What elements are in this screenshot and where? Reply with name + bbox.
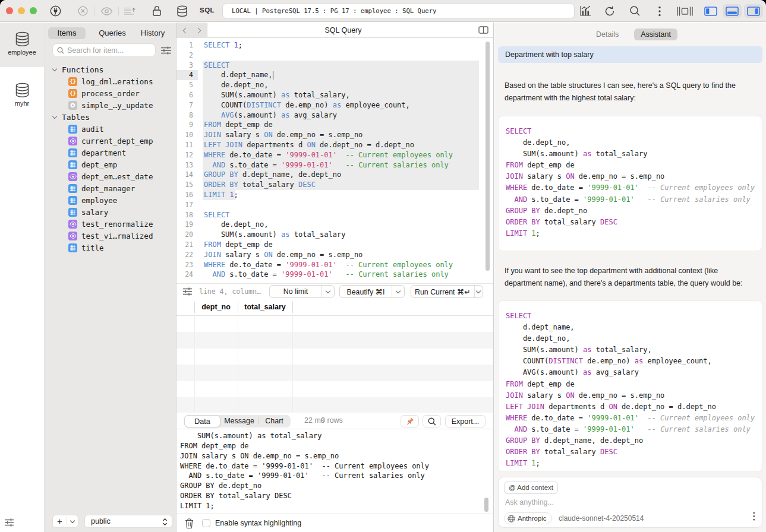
code-line: JOIN salary s ON de.emp_no = s.emp_no <box>506 390 755 401</box>
query-log-panel[interactable]: SUM(s.amount) as total_salaryFROM dept_e… <box>176 429 493 514</box>
connection-label: employee <box>0 49 44 56</box>
tab-details[interactable]: Details <box>596 30 619 39</box>
code-line: ORDER BY total_salary DESC <box>506 217 755 228</box>
tree-item-dept-manager[interactable]: dept_manager <box>45 182 176 194</box>
column-header-total-salary[interactable]: total_salary <box>238 299 292 316</box>
tree-item-title[interactable]: title <box>45 242 176 254</box>
sidebar-tab-queries[interactable]: Queries <box>97 27 127 39</box>
tree-item-test-renormalize[interactable]: test_renormalize <box>45 218 176 230</box>
split-editor-icon[interactable] <box>478 26 488 34</box>
search-icon <box>57 47 64 54</box>
results-tab-chart[interactable]: Chart <box>259 415 290 428</box>
window-title-connection[interactable]: LOCAL | PostgreSQL 17.5 : PG 17 : employ… <box>222 4 575 18</box>
tree-item-label: current_dept_emp <box>81 137 153 145</box>
zoom-traffic-light[interactable] <box>30 7 37 14</box>
code-line: COUNT(DISTINCT de.emp_no) as employee_co… <box>204 100 453 110</box>
back-icon[interactable] <box>182 27 188 33</box>
sql-code-editor[interactable]: 123456789101112131415161718192021222324 … <box>176 38 493 283</box>
grid-row[interactable] <box>176 397 493 413</box>
add-item-button[interactable]: + <box>52 515 78 528</box>
add-context-chip[interactable]: @ Add context <box>504 482 558 494</box>
table-icon <box>68 125 77 134</box>
beautify-button[interactable]: Beautify ⌘I <box>339 285 405 298</box>
toggle-right-panel-button[interactable] <box>744 4 763 18</box>
chart-icon[interactable] <box>579 0 592 22</box>
assistant-panel: Details Assistant Department with top sa… <box>494 23 766 532</box>
code-line: SELECT <box>204 210 453 220</box>
tree-item-salary[interactable]: salary <box>45 206 176 218</box>
database-icon[interactable] <box>176 0 188 22</box>
log-scrollbar[interactable] <box>484 498 488 512</box>
code-line: SUM(s.amount) as total_salary, <box>506 344 755 356</box>
sidebar-search-input[interactable]: Search for item... <box>52 43 156 57</box>
tree-item-simple-y-update[interactable]: simple_…y_update <box>45 99 176 111</box>
editor-settings-icon[interactable] <box>181 284 193 299</box>
sidebar-bottom-bar: + public <box>45 511 176 532</box>
sidebar: Items Queries History Search for item...… <box>45 23 176 532</box>
toggle-bottom-panel-button[interactable] <box>723 4 742 18</box>
grid-row[interactable] <box>176 349 493 365</box>
provider-pill[interactable]: Anthropic <box>504 512 552 524</box>
syntax-highlighting-checkbox[interactable] <box>202 519 210 527</box>
tree-item-dept-em-est-date[interactable]: dept_em…est_date <box>45 170 176 182</box>
more-kebab-icon[interactable] <box>655 0 664 22</box>
more-kebab-icon[interactable] <box>753 512 755 521</box>
tree-item-dept-emp[interactable]: dept_emp <box>45 159 176 170</box>
column-separator <box>292 302 293 313</box>
grid-row[interactable] <box>176 381 493 397</box>
tree-section-functions[interactable]: Functions <box>45 64 176 75</box>
editor-column: SQL Query 123456789101112131415161718192… <box>176 23 494 532</box>
trash-icon[interactable] <box>184 512 194 532</box>
sidebar-tab-items[interactable]: Items <box>48 27 86 39</box>
tree-item-employee[interactable]: employee <box>45 194 176 206</box>
code-line: LIMIT 1; <box>506 458 755 469</box>
assistant-topic-banner[interactable]: Department with top salary <box>498 46 762 63</box>
export-button[interactable]: Export... <box>445 415 486 428</box>
tree-item-label: dept_manager <box>81 184 135 193</box>
tree-item-department[interactable]: department <box>45 147 176 159</box>
tree-item-test-vi-rmalized[interactable]: test_vi…rmalized <box>45 230 176 242</box>
results-tab-data[interactable]: Data <box>184 415 220 428</box>
connection-myhr[interactable]: myhr <box>0 81 44 118</box>
toggle-left-panel-button[interactable] <box>701 4 720 18</box>
search-icon[interactable] <box>629 0 641 22</box>
grid-row[interactable] <box>176 365 493 381</box>
minimize-traffic-light[interactable] <box>18 7 25 14</box>
grid-row[interactable] <box>176 332 493 348</box>
tree-item-log-dml-erations[interactable]: {}log_dml…erations <box>45 75 176 87</box>
filter-sliders-icon[interactable] <box>160 46 172 55</box>
tree-item-label: title <box>81 243 104 252</box>
forward-icon[interactable] <box>195 27 201 33</box>
run-current-button[interactable]: Run Current ⌘↵ <box>411 285 483 298</box>
connection-settings-icon[interactable] <box>4 518 14 527</box>
connection-icon[interactable] <box>49 0 62 22</box>
log-line: SUM(s.amount) as total_salary <box>180 431 429 441</box>
pin-button[interactable] <box>401 415 419 428</box>
focus-mode-icon[interactable] <box>676 0 693 22</box>
schema-select[interactable]: public <box>84 515 172 528</box>
tree-item-audit[interactable]: audit <box>45 123 176 135</box>
column-header-dept-no[interactable]: dept_no <box>194 299 238 316</box>
close-traffic-light[interactable] <box>6 7 13 14</box>
chevron-down-icon <box>70 518 75 523</box>
tree-item-label: dept_em…est_date <box>81 172 153 181</box>
tree-item-current-dept-emp[interactable]: current_dept_emp <box>45 135 176 147</box>
search-results-button[interactable] <box>423 415 441 428</box>
refresh-icon[interactable] <box>603 0 616 22</box>
tree-item-process-order[interactable]: {}process_order <box>45 87 176 99</box>
tree-section-tables[interactable]: Tables <box>45 111 176 123</box>
sidebar-tab-history[interactable]: History <box>138 27 167 39</box>
lock-icon[interactable] <box>152 0 162 22</box>
ask-input-placeholder[interactable]: Ask anything... <box>505 498 554 506</box>
tab-assistant[interactable]: Assistant <box>634 28 677 40</box>
limit-dropdown[interactable]: No limit <box>269 285 335 298</box>
line-number: 3 <box>176 61 193 71</box>
procedure-gear-icon <box>68 101 77 110</box>
results-tab-message[interactable]: Message <box>220 415 258 428</box>
view-eye-icon <box>68 220 77 229</box>
results-grid[interactable]: dept_no total_salary <box>176 299 493 413</box>
grid-row[interactable] <box>176 316 493 332</box>
assistant-input-card[interactable]: @ Add context Ask anything... Anthropic … <box>498 477 762 528</box>
editor-scrollbar[interactable] <box>486 42 490 271</box>
connection-employee[interactable]: employee <box>0 23 44 67</box>
